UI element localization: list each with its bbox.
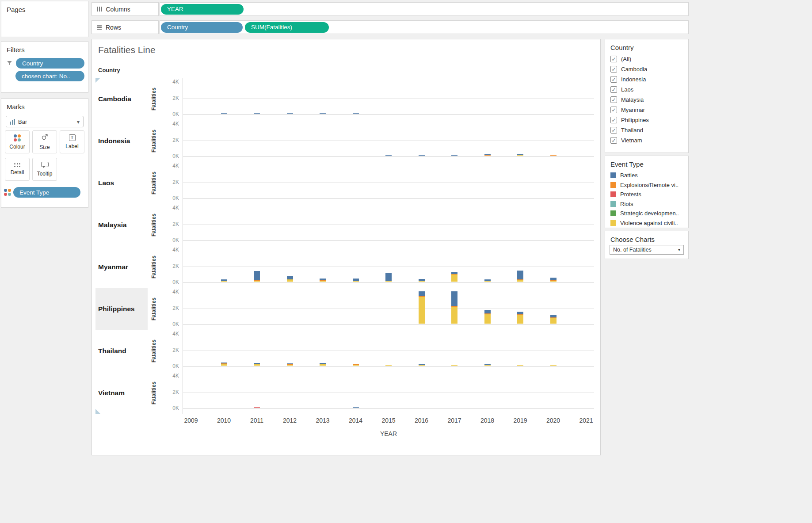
- size-button[interactable]: Size: [32, 130, 57, 153]
- country-legend-item[interactable]: Indonesia: [605, 74, 688, 84]
- bar-segment[interactable]: [320, 279, 326, 281]
- plot-area[interactable]: [183, 120, 594, 162]
- country-legend-item[interactable]: Vietnam: [605, 135, 688, 145]
- country-row-label[interactable]: Vietnam: [95, 372, 148, 414]
- bar-segment[interactable]: [484, 365, 491, 366]
- y-axis[interactable]: 4K2K0K: [160, 246, 183, 288]
- bar-segment[interactable]: [451, 272, 457, 274]
- filter-pill-chosen-chart[interactable]: chosen chart: No..: [15, 71, 84, 81]
- plot-area[interactable]: [183, 288, 594, 330]
- bar-segment[interactable]: [385, 273, 392, 281]
- y-axis[interactable]: 4K2K0K: [160, 372, 183, 414]
- checkbox-checked-icon[interactable]: [610, 86, 617, 93]
- country-row-label[interactable]: Malaysia: [95, 204, 148, 246]
- bar-segment[interactable]: [254, 113, 260, 114]
- detail-button[interactable]: Detail: [5, 158, 30, 181]
- checkbox-checked-icon[interactable]: [610, 76, 617, 83]
- bar-segment[interactable]: [254, 363, 260, 363]
- bar-segment[interactable]: [517, 365, 523, 365]
- bar-segment[interactable]: [320, 364, 326, 366]
- bar-segment[interactable]: [517, 312, 523, 315]
- bar-segment[interactable]: [287, 364, 293, 364]
- bar-segment[interactable]: [353, 364, 359, 364]
- bar-segment[interactable]: [385, 155, 392, 156]
- bar-segment[interactable]: [353, 407, 359, 408]
- pill-year[interactable]: YEAR: [161, 4, 244, 15]
- country-row-label[interactable]: Laos: [95, 162, 148, 204]
- event-legend-item[interactable]: Strategic developmen..: [605, 209, 688, 218]
- checkbox-checked-icon[interactable]: [610, 66, 617, 73]
- event-legend-item[interactable]: Violence against civili..: [605, 218, 688, 228]
- label-button[interactable]: Label: [60, 130, 84, 153]
- rows-shelf-content[interactable]: Country SUM(Fatalities): [160, 20, 689, 34]
- mark-type-dropdown[interactable]: Bar: [6, 116, 84, 127]
- bar-segment[interactable]: [419, 279, 425, 281]
- y-axis[interactable]: 4K2K0K: [160, 204, 183, 246]
- bar-segment[interactable]: [320, 364, 326, 365]
- bar-segment[interactable]: [221, 281, 227, 281]
- bar-segment[interactable]: [353, 281, 359, 282]
- bar-segment[interactable]: [254, 407, 260, 408]
- bar-segment[interactable]: [287, 365, 293, 366]
- bar-segment[interactable]: [484, 314, 491, 324]
- checkbox-checked-icon[interactable]: [610, 56, 617, 62]
- bar-segment[interactable]: [484, 313, 491, 314]
- colour-button[interactable]: Colour: [5, 130, 30, 153]
- event-legend-item[interactable]: Protests: [605, 190, 688, 199]
- bar-segment[interactable]: [287, 279, 293, 279]
- bar-segment[interactable]: [287, 363, 293, 364]
- y-axis[interactable]: 4K2K0K: [160, 120, 183, 162]
- bar-segment[interactable]: [419, 291, 425, 296]
- bar-segment[interactable]: [517, 314, 523, 315]
- bar-segment[interactable]: [221, 279, 227, 281]
- bar-segment[interactable]: [451, 307, 457, 324]
- country-legend-item[interactable]: (All): [605, 54, 688, 64]
- bar-segment[interactable]: [517, 279, 523, 280]
- pill-country[interactable]: Country: [161, 22, 243, 33]
- country-row-label[interactable]: Myanmar: [95, 246, 148, 288]
- bar-segment[interactable]: [517, 315, 523, 324]
- event-legend-item[interactable]: Explosions/Remote vi..: [605, 180, 688, 190]
- bar-segment[interactable]: [385, 365, 392, 366]
- country-legend-item[interactable]: Laos: [605, 84, 688, 95]
- bar-segment[interactable]: [221, 363, 227, 363]
- bar-segment[interactable]: [550, 280, 557, 281]
- bar-segment[interactable]: [320, 113, 326, 114]
- event-legend-item[interactable]: Battles: [605, 171, 688, 180]
- checkbox-checked-icon[interactable]: [610, 96, 617, 103]
- country-legend-item[interactable]: Cambodia: [605, 64, 688, 74]
- bar-segment[interactable]: [221, 364, 227, 366]
- bar-segment[interactable]: [484, 155, 491, 155]
- plot-area[interactable]: [183, 204, 594, 246]
- bar-segment[interactable]: [419, 155, 425, 156]
- bar-segment[interactable]: [419, 297, 425, 324]
- bar-segment[interactable]: [320, 363, 326, 363]
- bar-segment[interactable]: [254, 280, 260, 281]
- plot-area[interactable]: [183, 246, 594, 288]
- bar-segment[interactable]: [254, 364, 260, 366]
- bar-segment[interactable]: [484, 310, 491, 313]
- country-row-label[interactable]: Philippines: [95, 288, 148, 330]
- event-legend-item[interactable]: Riots: [605, 199, 688, 209]
- bar-segment[interactable]: [517, 271, 523, 279]
- columns-shelf-content[interactable]: YEAR: [160, 2, 689, 16]
- bar-segment[interactable]: [419, 365, 425, 366]
- country-legend-item[interactable]: Myanmar: [605, 105, 688, 115]
- y-axis[interactable]: 4K2K0K: [160, 330, 183, 372]
- country-legend-item[interactable]: Malaysia: [605, 95, 688, 105]
- bar-segment[interactable]: [353, 365, 359, 366]
- bar-segment[interactable]: [550, 278, 557, 280]
- country-legend-item[interactable]: Philippines: [605, 115, 688, 125]
- y-axis[interactable]: 4K2K0K: [160, 162, 183, 204]
- choose-charts-dropdown[interactable]: No. of Fatalities: [610, 245, 684, 255]
- bar-segment[interactable]: [254, 364, 260, 364]
- bar-segment[interactable]: [550, 315, 557, 317]
- bar-segment[interactable]: [484, 281, 491, 282]
- y-axis[interactable]: 4K2K0K: [160, 78, 183, 120]
- bar-segment[interactable]: [287, 276, 293, 279]
- bar-segment[interactable]: [451, 306, 457, 307]
- bar-segment[interactable]: [550, 318, 557, 324]
- bar-segment[interactable]: [320, 281, 326, 282]
- bar-segment[interactable]: [517, 280, 523, 282]
- pill-sum-fatalities[interactable]: SUM(Fatalities): [245, 22, 329, 33]
